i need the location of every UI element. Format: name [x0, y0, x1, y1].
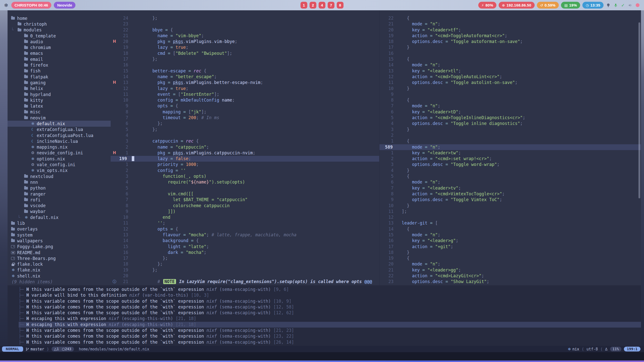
code-line[interactable]: 12 action = "<cmd>ToggleAutoLint<cr>";	[379, 74, 641, 80]
git-branch[interactable]: master	[26, 347, 44, 351]
tree-item-waybar[interactable]: waybar	[8, 209, 111, 214]
diagnostic-row[interactable]: ├─ H this variable comes from the scope …	[19, 328, 641, 333]
code-line[interactable]: 9	[379, 92, 641, 97]
code-line[interactable]: 6 vim.cmd([[	[111, 191, 379, 197]
code-line[interactable]: 3 catppuccin = rec {	[111, 138, 379, 144]
code-line[interactable]: 6 key = "<leader>tD";	[379, 109, 641, 115]
code-line[interactable]: 3 options.desc = "Toggle word-wrap";	[379, 162, 641, 167]
workspace-button-8[interactable]: 8	[337, 2, 344, 9]
tree-item-ranger[interactable]: ranger	[8, 191, 111, 197]
code-line[interactable]: 8 mapping = ["jk"];	[111, 109, 379, 115]
diagnostic-row[interactable]: ├─ H this variable comes from the scope …	[19, 304, 641, 310]
diagnostic-row[interactable]: ├─ H this variable comes from the scope …	[19, 310, 641, 316]
tree-item-flake.lock[interactable]: flake.lock	[8, 261, 111, 267]
tree-item-default.nix[interactable]: ❄default.nix	[8, 121, 111, 126]
code-line[interactable]: 14 {	[379, 226, 641, 232]
code-line[interactable]: 19 {	[379, 255, 641, 261]
code-line[interactable]: 7 mode = "n";	[379, 103, 641, 109]
code-line[interactable]: 22 action = "<cmd>LazyGit<cr>";	[379, 273, 641, 279]
code-line[interactable]: 3 }	[379, 127, 641, 132]
code-line[interactable]: 19 };	[111, 267, 379, 273]
workspace-button-1[interactable]: 1	[300, 2, 307, 9]
tree-item-modules[interactable]: └modules	[8, 27, 111, 33]
code-line[interactable]: 10 }	[379, 203, 641, 209]
tree-item-neovim[interactable]: neovim	[8, 115, 111, 121]
code-line[interactable]: 5 };	[111, 127, 379, 132]
memory-badge[interactable]: ▤19%	[561, 2, 580, 9]
check-icon[interactable]: ✓	[620, 3, 625, 8]
diagnostic-row[interactable]: ├─ H escaping this with expression nixf …	[19, 316, 641, 322]
code-line[interactable]: 7 key = "<leader>tv";	[379, 185, 641, 191]
tree-item-fish[interactable]: fish	[8, 68, 111, 74]
code-line[interactable]: 20 key = "<leader>tf";	[379, 27, 641, 33]
tree-item-inclineNavic.lua[interactable]: ☾inclineNavic.lua	[8, 138, 111, 144]
code-line[interactable]: 15 mode = "n";	[379, 232, 641, 238]
tree-item-kitty[interactable]: kitty	[8, 97, 111, 103]
tree-item-gaming[interactable]: gaming	[8, 80, 111, 85]
workspace-button-4[interactable]: 4	[319, 2, 325, 9]
code-line[interactable]: 14 mode = "n";	[379, 62, 641, 68]
workspace-button-2[interactable]: 2	[310, 2, 316, 9]
code-line[interactable]: 23	[111, 21, 379, 27]
lightbulb-icon[interactable]	[606, 3, 611, 8]
tree-item-helix[interactable]: helix	[8, 86, 111, 92]
code-line[interactable]: 11 '';	[111, 220, 379, 226]
code-line[interactable]: 22 {	[379, 15, 641, 21]
code-line[interactable]: 589 mode = "n";	[379, 144, 641, 150]
tree-item-default.nix[interactable]: └❄default.nix	[8, 214, 111, 220]
code-line[interactable]: 8 {	[379, 97, 641, 103]
os-logo-icon[interactable]: ❄	[4, 2, 8, 8]
code-line[interactable]: 12 lazy = true;	[111, 86, 379, 92]
diagnostic-row[interactable]: ├─ H this variable comes from the scope …	[19, 339, 641, 345]
code-line[interactable]: 23 options.desc = "Show LazyGit";	[379, 279, 641, 285]
code-line[interactable]: 3 function(_, opts)	[111, 173, 379, 179]
code-line[interactable]: 8 colorscheme catppuccin	[111, 203, 379, 209]
code-line[interactable]: 10 }	[379, 86, 641, 92]
tree-item-hyprland[interactable]: hyprland	[8, 92, 111, 97]
code-line[interactable]: 15 {	[379, 56, 641, 62]
code-line[interactable]: 2 name = "catppuccin";	[111, 144, 379, 150]
code-line[interactable]: 8 action = "<cmd>VimtexTocToggle<cr>";	[379, 191, 641, 197]
tree-item-firefox[interactable]: firefox	[8, 62, 111, 68]
cpu-badge[interactable]: ↺0.59%	[537, 2, 559, 9]
tree-item-christoph[interactable]: christoph	[8, 21, 111, 27]
tree-item-vim_opts.nix[interactable]: ❄vim_opts.nix	[8, 168, 111, 173]
tree-item-python[interactable]: python	[8, 185, 111, 191]
code-line[interactable]: 10 end	[111, 214, 379, 220]
diagnostic-row[interactable]: ├─ H this variable comes from the scope …	[19, 298, 641, 304]
code-line[interactable]: 2	[379, 132, 641, 138]
tree-item-0_template[interactable]: 0_template	[8, 33, 111, 39]
code-line[interactable]: 21 name = "vim-bbye";	[111, 33, 379, 39]
code-line[interactable]: 1 priority = 1000;	[111, 162, 379, 167]
code-line[interactable]: 199 lazy = false;	[111, 156, 379, 162]
notification-dot[interactable]	[636, 3, 639, 7]
speaker-icon[interactable]	[628, 3, 633, 8]
tree-item-latex[interactable]: latex	[8, 103, 111, 109]
tree-item-README.md[interactable]: MREADME.md	[8, 250, 111, 255]
code-line[interactable]: 5 {	[379, 173, 641, 179]
code-line[interactable]: 24 };	[111, 15, 379, 21]
code-line[interactable]: 18 }	[379, 250, 641, 255]
code-line[interactable]: 2 action = "<cmd>:set wrap!<cr>";	[379, 156, 641, 162]
code-line[interactable]: 5 action = "<cmd>ToggleInlineDiagnostics…	[379, 115, 641, 121]
code-line[interactable]: 15 better-escape = rec {	[111, 68, 379, 74]
code-line[interactable]: 16 dark = "mocha";	[111, 250, 379, 255]
code-line[interactable]: 10 config = mkDefaultConfig name;	[111, 97, 379, 103]
code-line[interactable]: 9 options.desc = "Toggle Vimtex ToC";	[379, 197, 641, 203]
code-line[interactable]: 5	[111, 185, 379, 191]
code-line[interactable]: 15 light = "latte";	[111, 244, 379, 250]
tree-item-neovide_config.ini[interactable]: ⚙neovide_config.ini	[8, 150, 111, 156]
code-line[interactable]: 13 flavour = "mocha"; # latte, frappe, m…	[111, 232, 379, 238]
code-line[interactable]: 12 opts = {	[111, 226, 379, 232]
filetype-indicator[interactable]: ❄nix	[568, 347, 579, 351]
code-line[interactable]: ⓘ21 # NOTE In LazyVim require("clang_ext…	[111, 279, 379, 285]
code-line[interactable]: 12	[379, 214, 641, 220]
tree-item-shell.nix[interactable]: ❄shell.nix	[8, 273, 111, 279]
code-line[interactable]: 11 ];	[379, 209, 641, 214]
code-line[interactable]: 18 options.desc = "Toggle autoformat-on-…	[379, 39, 641, 44]
code-line[interactable]: 21 mode = "n";	[379, 21, 641, 27]
code-line[interactable]: 1 {	[379, 138, 641, 144]
code-line[interactable]: 11 options.desc = "Toggle autolint-on-sa…	[379, 80, 641, 85]
workspace-button-7[interactable]: 7	[328, 2, 334, 9]
code-line[interactable]: 4 }	[379, 168, 641, 173]
